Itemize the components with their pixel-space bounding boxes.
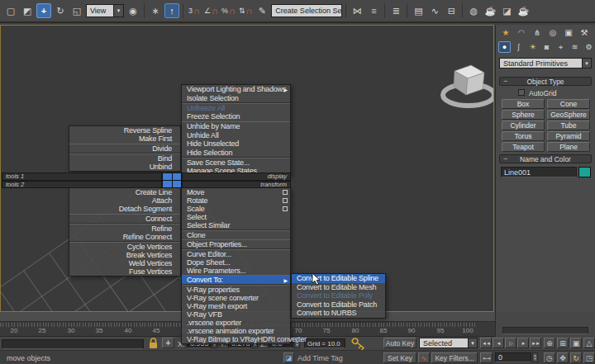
menu-item[interactable]: Clone xyxy=(182,231,290,239)
select-and-scale-icon[interactable]: ◱ xyxy=(69,3,84,18)
subtab-shapes[interactable]: ʃ xyxy=(512,41,525,53)
menu-item[interactable]: Curve Editor... xyxy=(182,250,290,258)
subtab-cameras[interactable]: ◙ xyxy=(540,41,553,53)
zoom-all-icon[interactable]: ⊞ xyxy=(557,338,569,348)
orbit-icon[interactable]: ↻ xyxy=(570,352,582,363)
geosphere-button[interactable]: GeoSphere xyxy=(547,110,590,120)
menu-item[interactable]: Wire Parameters... xyxy=(182,267,290,275)
menu-item[interactable]: Detach Segment xyxy=(69,205,180,213)
subtab-systems[interactable]: ⚙ xyxy=(583,41,595,53)
menu-item[interactable]: .vrscene exporter xyxy=(182,319,290,327)
cylinder-button[interactable]: Cylinder xyxy=(502,121,545,130)
subtab-space-warps[interactable]: ≋ xyxy=(569,41,581,53)
menu-item[interactable]: Select Similar xyxy=(182,221,290,229)
menu-item-convert-nurbs[interactable]: Convert to NURBS xyxy=(292,309,385,318)
settings-icon[interactable] xyxy=(283,190,288,195)
collapse-icon[interactable]: − xyxy=(503,154,507,163)
collapse-icon[interactable]: − xyxy=(503,77,507,85)
tab-motion[interactable]: ◎ xyxy=(546,26,559,39)
menu-item[interactable]: Move xyxy=(182,188,290,196)
mirror-icon[interactable]: ⋈ xyxy=(350,3,364,18)
key-mode-toggle-button[interactable]: ⇤⇥ xyxy=(480,352,493,363)
keyboard-shortcut-override-icon[interactable]: ↑ xyxy=(164,3,179,18)
menu-item-convert-editable-patch[interactable]: Convert to Editable Patch xyxy=(292,300,385,310)
play-animation-button[interactable]: ▷ xyxy=(505,338,516,348)
settings-icon[interactable] xyxy=(283,206,288,211)
dropdown-arrow-icon[interactable]: ▼ xyxy=(468,338,477,347)
next-frame-button[interactable]: ► xyxy=(517,338,529,348)
menu-item[interactable]: Break Vertices xyxy=(69,251,180,259)
edit-named-selection-sets-icon[interactable]: ✎ xyxy=(255,3,269,18)
set-key-button[interactable]: Set Key xyxy=(383,352,416,363)
object-color-swatch[interactable] xyxy=(578,167,591,177)
cone-button[interactable]: Cone xyxy=(547,99,590,109)
dropdown-arrow-icon[interactable]: ▼ xyxy=(582,59,591,68)
menu-item[interactable]: Refine Connect xyxy=(69,233,180,241)
rendered-frame-window-icon[interactable]: ◪ xyxy=(499,3,514,18)
menu-item-convert-editable-mesh[interactable]: Convert to Editable Mesh xyxy=(292,283,385,292)
settings-icon[interactable] xyxy=(283,198,288,203)
tab-modify[interactable]: ◠ xyxy=(515,26,528,39)
selection-lock-icon[interactable] xyxy=(148,338,159,349)
subtab-helpers[interactable]: ⌖ xyxy=(555,41,567,53)
snaps-toggle-icon[interactable]: 3∩ xyxy=(187,3,202,18)
time-tag-icon[interactable]: ◪ xyxy=(283,352,294,363)
schematic-view-icon[interactable]: ⊟ xyxy=(444,3,459,18)
zoom-extents-icon[interactable]: ▣ xyxy=(570,338,582,348)
tube-button[interactable]: Tube xyxy=(547,121,590,130)
use-center-icon[interactable]: ◉ xyxy=(126,3,140,18)
object-name-field[interactable]: Line001 xyxy=(501,167,577,177)
quad-header-tools1[interactable]: tools 1 xyxy=(2,173,162,181)
tab-display[interactable]: ▣ xyxy=(562,26,575,39)
dropdown-arrow-icon[interactable]: ▼ xyxy=(341,5,342,17)
tab-create[interactable]: ★ xyxy=(499,26,512,39)
percent-snap-icon[interactable]: %∩ xyxy=(221,3,236,18)
frame-spinner[interactable]: ▲▼ xyxy=(532,352,538,362)
menu-item[interactable]: Connect xyxy=(69,215,180,223)
menu-item[interactable]: Divide xyxy=(69,144,180,153)
named-selection-set-dropdown[interactable]: Create Selection Se ▼ xyxy=(271,4,342,17)
scene-explorer-icon[interactable]: ▤ xyxy=(411,3,426,18)
quad-menu-center-icon[interactable] xyxy=(162,173,182,188)
sphere-button[interactable]: Sphere xyxy=(502,110,545,120)
menu-item[interactable]: Attach xyxy=(69,196,180,205)
menu-item[interactable]: Unhide by Name xyxy=(182,122,290,131)
angle-snap-icon[interactable]: ∠∩ xyxy=(203,3,219,18)
render-setup-icon[interactable]: ☕ xyxy=(483,3,497,18)
go-to-end-button[interactable]: ►► xyxy=(530,338,541,348)
key-selection-dropdown[interactable]: Selected ▼ xyxy=(419,338,478,348)
menu-item[interactable]: Hide Unselected xyxy=(182,139,290,149)
set-key-curve-icon[interactable]: ∿ xyxy=(418,352,430,363)
menu-item[interactable]: Isolate Selection xyxy=(182,94,290,103)
zoom-icon[interactable]: ⊕ xyxy=(544,338,555,348)
torus-button[interactable]: Torus xyxy=(502,131,545,141)
menu-item[interactable]: .vrscene animation exporter xyxy=(182,327,290,335)
reference-coordinate-dropdown[interactable]: View ▼ xyxy=(86,4,124,17)
previous-frame-button[interactable]: ◄ xyxy=(493,338,504,348)
zoom-region-icon[interactable]: △ xyxy=(583,338,595,348)
menu-item[interactable]: Reverse Spline xyxy=(69,126,180,135)
plane-button[interactable]: Plane xyxy=(547,142,590,152)
menu-item[interactable]: Create Line xyxy=(69,188,180,196)
menu-item[interactable]: Rotate xyxy=(182,196,290,205)
menu-item[interactable]: Make First xyxy=(69,135,180,143)
select-by-name-icon[interactable]: ◩ xyxy=(20,3,35,18)
absolute-transform-typein-icon[interactable]: + xyxy=(162,338,174,348)
menu-item[interactable]: Dope Sheet... xyxy=(182,258,290,267)
menu-item[interactable]: Hide Selection xyxy=(182,149,290,158)
menu-item[interactable]: Bind xyxy=(69,154,180,163)
select-and-manipulate-icon[interactable]: ∗ xyxy=(148,3,163,18)
tab-hierarchy[interactable]: ⋔ xyxy=(531,26,544,39)
menu-item[interactable]: Scale xyxy=(182,205,290,213)
menu-item[interactable]: V-Ray VFB xyxy=(182,310,290,319)
add-time-tag-label[interactable]: Add Time Tag xyxy=(298,354,343,362)
category-dropdown[interactable]: Standard Primitives ▼ xyxy=(499,58,592,69)
quad-header-tools2[interactable]: tools 2 xyxy=(2,181,162,189)
menu-item-convert-editable-spline[interactable]: Convert to Editable Spline xyxy=(292,274,385,283)
tab-utilities[interactable]: ⚒ xyxy=(578,26,591,39)
quad-header-display[interactable]: display xyxy=(182,173,291,181)
spinner-snap-icon[interactable]: ⇅∩ xyxy=(238,3,253,18)
dropdown-arrow-icon[interactable]: ▼ xyxy=(113,5,123,17)
teapot-button[interactable]: Teapot xyxy=(502,142,545,152)
align-icon[interactable]: ≡ xyxy=(366,3,381,18)
